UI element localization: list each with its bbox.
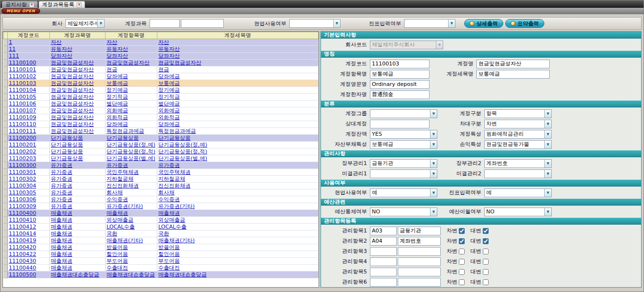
dropdown-arrow-icon[interactable]: ▼ [544,110,551,118]
menu-open-button[interactable]: MENU OPEN [1,8,40,14]
account-english-name-input[interactable] [370,80,429,89]
table-row[interactable]: 11100301 유가증권 국민주택채권 국민주택채권 [3,169,319,176]
dropdown-arrow-icon[interactable]: ▼ [430,130,437,138]
dropdown-arrow-icon[interactable]: ▼ [333,20,340,27]
credit-checkbox[interactable] [483,269,489,275]
slip-entry-select[interactable]: ▼ [404,19,455,28]
biz-use-select[interactable]: ▼ [289,19,341,28]
budget-carryover-select[interactable]: NO ▼ [484,208,552,216]
dropdown-arrow-icon[interactable]: ▼ [544,170,551,178]
table-row[interactable]: 11100103 현금및현금성자산 보통예금 보통예금 [3,80,319,87]
dropdown-arrow-icon[interactable]: ▼ [544,208,551,216]
book-management2-select[interactable]: 계좌번호 ▼ [484,159,552,168]
table-row[interactable]: 11100410 매출채권 외상매출금 외상매출금 [3,217,319,224]
table-row[interactable]: 11100306 유가증권 수익증권 수익증권 [3,196,319,203]
debit-credit-class-select[interactable]: 차변 ▼ [484,120,552,128]
tab-account-registration[interactable]: 계정과목등록 × [39,1,85,8]
mgmt-item-code-input[interactable] [370,237,397,246]
credit-checkbox[interactable] [483,249,489,254]
mgmt-item-code-input[interactable] [370,278,397,287]
table-row[interactable]: 11100422 매출채권 할인어음 할인어음 [3,251,319,258]
table-row[interactable]: 11100440 매출채권 수출대전 수출대전 [3,265,319,271]
mgmt-item-code-input[interactable] [370,257,397,266]
debit-checkbox[interactable] [459,238,465,244]
table-row[interactable]: 11100106 현금및현금성자산 별단예금 별단예금 [3,101,319,107]
table-row[interactable]: 11100430 매출채권 부도어음 부도어음 [3,258,319,265]
dropdown-arrow-icon[interactable]: ▼ [430,170,437,178]
table-row[interactable]: 11100414 매출채권 국환 국환 [3,230,319,237]
dropdown-arrow-icon[interactable]: ▼ [544,141,551,148]
account-group-select[interactable]: ▼ [370,109,437,118]
dropdown-arrow-icon[interactable]: ▼ [430,160,437,167]
table-row[interactable]: 11100304 유가증권 전신전화채권 전신전화채권 [3,183,319,189]
mgmt-item-name-input[interactable] [398,257,441,266]
table-row[interactable]: 11100203 단기금융상품 단기금융상품(별,예) 단기금융상품(별,예) [3,155,319,162]
mgmt-item-name-input[interactable] [398,268,441,276]
table-row[interactable]: 11100107 현금및현금성자산 외화예금 외화예금 [3,107,319,114]
debit-checkbox[interactable] [459,249,465,254]
pending-management2-select[interactable]: ▼ [484,169,552,178]
dropdown-arrow-icon[interactable]: ▼ [430,189,437,197]
debit-checkbox[interactable] [459,259,465,265]
biz-use-field-select[interactable]: 예 ▼ [370,188,437,197]
table-row[interactable]: 11100104 현금및현금성자산 정기예금 정기예금 [3,87,319,94]
table-row[interactable]: 11100105 현금및현금성자산 정기적금 정기적금 [3,94,319,101]
credit-checkbox[interactable] [483,259,489,265]
account-character-select[interactable]: 원화예적금관리 ▼ [484,130,552,139]
mgmt-item-name-input[interactable] [398,247,441,256]
mgmt-item-code-input[interactable] [370,227,397,235]
account-class-select[interactable]: 항목 ▼ [484,109,552,118]
table-row[interactable]: 11100109 현금및현금성자산 외화적금 외화적금 [3,114,319,121]
account-name-input[interactable] [476,60,550,68]
credit-checkbox[interactable] [483,238,489,244]
table-row[interactable]: 11100400 매출채권 매출채권 매출채권 [3,210,319,217]
tab-notice[interactable]: 공지사항 × [2,1,38,8]
table-row[interactable]: 11 유동자산 유동자산 유동자산 [3,46,319,53]
counter-account-input[interactable] [370,120,429,128]
table-row[interactable]: 11100300 유가증권 유가증권 유가증권 [3,162,319,169]
table-row[interactable]: 11100202 단기금융상품 단기금융상품(정,적) 단기금융상품(정,적) [3,148,319,155]
debit-checkbox[interactable] [459,279,465,285]
slip-entry-field-select[interactable]: 예 ▼ [484,188,552,197]
dropdown-arrow-icon[interactable]: ▼ [430,208,437,216]
dropdown-arrow-icon[interactable]: ▼ [430,141,437,148]
credit-checkbox[interactable] [483,279,489,285]
dropdown-arrow-icon[interactable]: ▼ [448,20,455,27]
summary-print-button[interactable]: 요약출력 [505,19,544,28]
detail-print-button[interactable]: 상세출력 [464,19,503,28]
table-row[interactable]: 11100420 매출채권 받을어음 받을어음 [3,244,319,251]
pending-management1-select[interactable]: ▼ [370,169,437,178]
table-row[interactable]: 11100100 현금및현금성자산 현금및현금성자산 현금및현금성자산 [3,60,319,66]
asset-liability-character-select[interactable]: 보통예금 ▼ [370,140,437,149]
account-code-input[interactable] [370,60,429,68]
debit-checkbox[interactable] [459,228,465,234]
table-row[interactable]: 11100201 단기금융상품 단기금융상품(정,예) 단기금융상품(정,예) [3,142,319,148]
close-icon[interactable]: × [77,2,82,7]
book-management1-select[interactable]: 금융기관 ▼ [370,159,437,168]
table-row[interactable]: 11100309 유가증권 유가증권(기타) 유가증권(기타) [3,203,319,210]
company-select[interactable]: 제일제지주식회사 ▼ [65,19,105,28]
mgmt-item-code-input[interactable] [370,268,397,276]
account-item-name-input[interactable] [370,70,429,79]
table-row[interactable]: 11100500 매출채권대손충당금 매출채권대손충당금 매출채권대손충당금 [3,271,319,278]
debit-checkbox[interactable] [459,269,465,275]
dropdown-arrow-icon[interactable]: ▼ [544,189,551,197]
mgmt-item-code-input[interactable] [370,247,397,256]
account-detail-name-input[interactable] [476,70,550,79]
table-row[interactable]: 1 자산 자산 자산 [3,39,319,46]
mgmt-item-name-input[interactable] [398,227,441,235]
account-code-to-input[interactable] [181,19,224,28]
table-row[interactable]: 11100419 매출채권 매출채권(기타) 매출채권(기타) [3,237,319,244]
profit-loss-character-select[interactable]: 현금및현금등가물 ▼ [484,140,552,149]
table-row[interactable]: 111 당좌자산 당좌자산 당좌자산 [3,53,319,60]
table-row[interactable]: 11100302 유가증권 지하철공채 지하철공채 [3,176,319,183]
dropdown-arrow-icon[interactable]: ▼ [544,130,551,138]
budget-control-select[interactable]: NO ▼ [370,208,437,216]
table-row[interactable]: 11100111 현금및현금성자산 특정현금과예금 특정현금과예금 [3,128,319,135]
close-icon[interactable]: × [29,2,34,7]
mgmt-item-name-input[interactable] [398,278,441,287]
table-row[interactable]: 11100412 매출채권 LOCAL수출 LOCAL수출 [3,224,319,230]
dropdown-arrow-icon[interactable]: ▼ [430,110,437,118]
account-balance-select[interactable]: YES ▼ [370,130,437,139]
mgmt-item-name-input[interactable] [398,237,441,246]
